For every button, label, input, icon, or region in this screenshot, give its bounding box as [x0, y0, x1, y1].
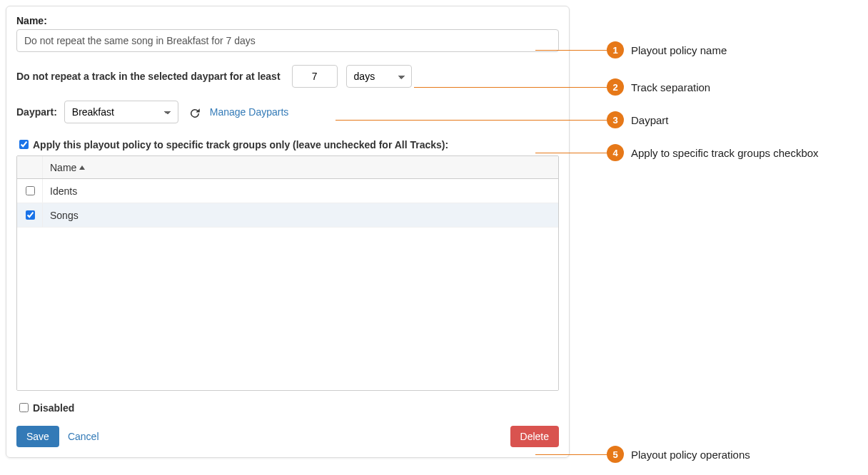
row-checkbox[interactable]	[26, 186, 35, 195]
callout-text: Playout policy name	[631, 44, 727, 56]
row-checkbox[interactable]	[26, 210, 35, 220]
row-check-cell	[17, 203, 43, 227]
disabled-label: Disabled	[33, 402, 74, 414]
separation-unit-select[interactable]: days	[346, 65, 412, 88]
callout-line	[335, 120, 607, 121]
apply-specific-label[interactable]: Apply this playout policy to specific tr…	[16, 138, 559, 151]
separation-prefix: Do not repeat a track in the selected da…	[16, 71, 281, 82]
callout-line	[535, 454, 607, 455]
grid-header-check-col	[17, 156, 43, 178]
callout-badge: 3	[607, 111, 624, 128]
name-label: Name:	[16, 15, 559, 26]
separation-value-input[interactable]	[292, 65, 338, 88]
daypart-select[interactable]: Breakfast	[64, 101, 178, 123]
manage-dayparts-link[interactable]: Manage Dayparts	[210, 106, 289, 118]
callout: 3Daypart	[607, 111, 669, 128]
callout-line	[414, 87, 607, 88]
track-separation-row: Do not repeat a track in the selected da…	[16, 65, 559, 88]
grid-header-name-col[interactable]: Name	[43, 156, 558, 178]
callout-line	[535, 50, 607, 51]
callout: 5Playout policy operations	[607, 446, 750, 463]
callout-line	[535, 153, 607, 153]
callout-badge: 1	[607, 41, 624, 58]
row-check-cell	[17, 179, 43, 203]
table-row[interactable]: Idents	[17, 179, 558, 203]
save-button[interactable]: Save	[16, 426, 59, 447]
callout: 1Playout policy name	[607, 41, 727, 58]
callout: 2Track separation	[607, 78, 710, 96]
policy-name-input[interactable]	[16, 29, 559, 52]
refresh-icon[interactable]	[188, 107, 201, 120]
track-groups-grid: Name IdentsSongs	[16, 155, 559, 391]
callout-text: Daypart	[631, 114, 669, 126]
table-row[interactable]: Songs	[17, 203, 558, 228]
row-name-cell: Songs	[43, 203, 558, 227]
callout-badge: 4	[607, 144, 624, 161]
delete-button[interactable]: Delete	[510, 426, 559, 447]
callout-text: Playout policy operations	[631, 449, 750, 461]
callout-badge: 2	[607, 78, 624, 96]
row-name-cell: Idents	[43, 179, 558, 203]
cancel-link[interactable]: Cancel	[68, 431, 99, 442]
disabled-checkbox[interactable]	[19, 403, 29, 412]
callout-text: Apply to specific track groups checkbox	[631, 147, 819, 159]
callout-badge: 5	[607, 446, 624, 463]
callout-text: Track separation	[631, 81, 710, 93]
grid-header-name-label: Name	[50, 162, 76, 173]
playout-policy-panel: Name: Do not repeat a track in the selec…	[6, 6, 570, 458]
sort-asc-icon	[79, 165, 85, 170]
grid-header: Name	[17, 156, 558, 179]
button-bar: Save Cancel Delete	[16, 426, 559, 447]
callout: 4Apply to specific track groups checkbox	[607, 144, 819, 161]
apply-specific-text: Apply this playout policy to specific tr…	[33, 139, 448, 150]
apply-specific-checkbox[interactable]	[19, 140, 29, 149]
daypart-label: Daypart:	[16, 106, 57, 118]
grid-body[interactable]: IdentsSongs	[17, 179, 558, 390]
